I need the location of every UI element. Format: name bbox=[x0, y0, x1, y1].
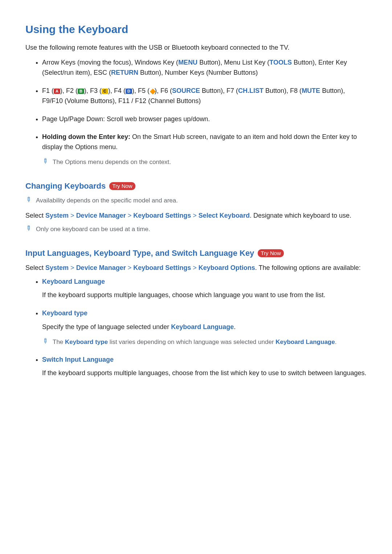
option-title: Keyboard type bbox=[42, 309, 87, 317]
option-description: Specify the type of language selected un… bbox=[42, 322, 367, 332]
option-title: Keyboard Language bbox=[42, 278, 105, 285]
mute-key-label: MUTE bbox=[302, 87, 320, 94]
text: ), F6 ( bbox=[155, 87, 172, 94]
note-text: Only one keyboard can be used at a time. bbox=[36, 225, 150, 234]
menu-path-paragraph: Select System > Device Manager > Keyboar… bbox=[25, 263, 367, 273]
text: ), F5 ( bbox=[132, 87, 150, 94]
section-changing-keyboards-title: Changing Keyboards Try Now bbox=[25, 181, 367, 191]
feature-list: Arrow Keys (moving the focus), Windows K… bbox=[25, 58, 367, 167]
note-text: The Options menu depends on the context. bbox=[53, 157, 171, 167]
list-item: Page Up/Page Down: Scroll web browser pa… bbox=[42, 114, 367, 124]
text: ), F4 ( bbox=[108, 87, 126, 94]
try-now-button[interactable]: Try Now bbox=[109, 182, 135, 190]
page-title: Using the Keyboard bbox=[25, 23, 367, 36]
menu-path-item: System bbox=[45, 212, 69, 219]
text: Select bbox=[25, 212, 45, 219]
text: list varies depending on which language … bbox=[108, 338, 275, 345]
list-item: F1 (A), F2 (B), F3 (C), F4 (D), F5 (🔶), … bbox=[42, 86, 367, 106]
menu-path-paragraph: Select System > Device Manager > Keyboar… bbox=[25, 211, 367, 221]
enter-hold-label: Holding down the Enter key: bbox=[42, 133, 130, 140]
note-text: Availability depends on the specific mod… bbox=[36, 196, 178, 205]
text: ), F3 ( bbox=[84, 87, 102, 94]
option-title: Switch Input Language bbox=[42, 356, 114, 363]
text: ), F2 ( bbox=[60, 87, 78, 94]
color-key-c-icon: C bbox=[102, 89, 108, 94]
note-text: The Keyboard type list varies depending … bbox=[53, 337, 336, 347]
note-icon: ✎ bbox=[24, 224, 33, 233]
option-description: If the keyboard supports multiple langua… bbox=[42, 368, 367, 378]
breadcrumb-separator: > bbox=[193, 264, 197, 271]
keyboard-language-link: Keyboard Language bbox=[275, 338, 335, 345]
keyboard-type-link: Keyboard type bbox=[65, 338, 108, 345]
smart-hub-icon: 🔶 bbox=[150, 89, 155, 94]
list-item: Keyboard Language If the keyboard suppor… bbox=[42, 277, 367, 301]
note-icon: ✎ bbox=[40, 337, 50, 346]
list-item: Arrow Keys (moving the focus), Windows K… bbox=[42, 58, 367, 78]
keyboard-language-link: Keyboard Language bbox=[171, 323, 234, 331]
text: Button), Menu List Key ( bbox=[197, 59, 269, 66]
text: Button), F8 ( bbox=[264, 87, 302, 94]
try-now-button[interactable]: Try Now bbox=[258, 249, 283, 257]
menu-path-item: Select Keyboard bbox=[199, 212, 250, 219]
breadcrumb-separator: > bbox=[128, 212, 132, 219]
chlist-key-label: CH.LIST bbox=[238, 87, 264, 94]
breadcrumb-separator: > bbox=[128, 264, 132, 271]
menu-path-item: Keyboard Settings bbox=[133, 212, 191, 219]
list-item: Switch Input Language If the keyboard su… bbox=[42, 355, 367, 379]
text: . bbox=[335, 338, 337, 345]
note-icon: ✎ bbox=[40, 157, 50, 166]
section-heading-text: Input Languages, Keyboard Type, and Swit… bbox=[25, 249, 254, 258]
menu-path-item: Keyboard Options bbox=[199, 264, 255, 271]
section-input-languages-title: Input Languages, Keyboard Type, and Swit… bbox=[25, 249, 367, 258]
color-key-a-icon: A bbox=[54, 89, 60, 94]
note-icon: ✎ bbox=[24, 195, 33, 205]
section-heading-text: Changing Keyboards bbox=[25, 181, 106, 190]
text: . The following options are available: bbox=[255, 264, 361, 271]
text: Select bbox=[25, 264, 45, 271]
menu-key-label: MENU bbox=[178, 59, 197, 66]
text: Specify the type of language selected un… bbox=[42, 323, 171, 331]
color-key-b-icon: B bbox=[78, 89, 84, 94]
menu-path-item: Device Manager bbox=[76, 212, 126, 219]
intro-text: Use the following remote features with t… bbox=[25, 43, 367, 53]
text: The bbox=[53, 338, 65, 345]
breadcrumb-separator: > bbox=[70, 264, 74, 271]
option-description: If the keyboard supports multiple langua… bbox=[42, 290, 367, 300]
breadcrumb-separator: > bbox=[193, 212, 197, 219]
text: . Designate which keyboard to use. bbox=[250, 212, 351, 219]
return-key-label: RETURN bbox=[111, 69, 138, 76]
options-list: Keyboard Language If the keyboard suppor… bbox=[25, 277, 367, 379]
text: Button), F7 ( bbox=[200, 87, 238, 94]
color-key-d-icon: D bbox=[126, 89, 132, 94]
text: . bbox=[234, 323, 236, 331]
menu-path-item: Device Manager bbox=[76, 264, 126, 271]
menu-path-item: System bbox=[45, 264, 69, 271]
list-item: Keyboard type Specify the type of langua… bbox=[42, 308, 367, 346]
menu-path-item: Keyboard Settings bbox=[133, 264, 191, 271]
list-item: Holding down the Enter key: On the Smart… bbox=[42, 132, 367, 167]
tools-key-label: TOOLS bbox=[269, 59, 292, 66]
breadcrumb-separator: > bbox=[70, 212, 74, 219]
text: Arrow Keys (moving the focus), Windows K… bbox=[42, 59, 178, 66]
text: Button), Number Keys (Number Buttons) bbox=[138, 69, 258, 76]
text: F1 ( bbox=[42, 87, 54, 94]
source-key-label: SOURCE bbox=[172, 87, 200, 94]
